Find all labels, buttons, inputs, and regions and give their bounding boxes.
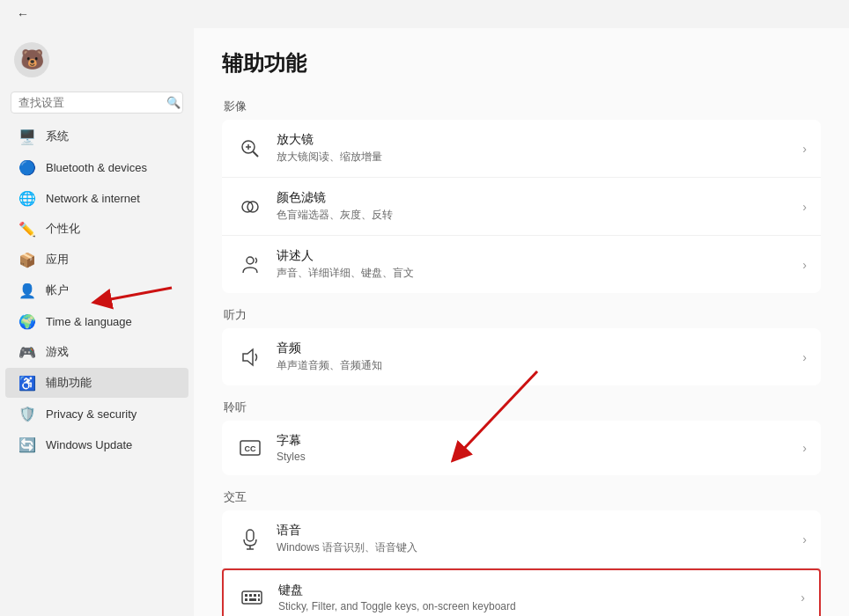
audio-chevron: ›: [802, 350, 807, 364]
keyboard-chevron: ›: [801, 590, 805, 605]
sidebar-item-apps[interactable]: 📦应用: [5, 245, 188, 275]
speech-icon: [236, 525, 264, 554]
audio-subtitle: 单声道音频、音频通知: [277, 358, 790, 373]
settings-group-interaction: CC字幕Styles›: [222, 421, 821, 475]
captions-chevron: ›: [802, 441, 807, 455]
page-title: 辅助功能: [222, 49, 821, 77]
keyboard-title: 键盘: [278, 583, 788, 598]
magnifier-chevron: ›: [802, 142, 807, 156]
sidebar: 🐻 🔍 🖥️系统🔵Bluetooth & devices🌐Network & i…: [0, 28, 194, 616]
apps-icon: 📦: [19, 252, 35, 268]
svg-rect-17: [254, 594, 256, 597]
sections-container: 影像放大镜放大镜阅读、缩放增量›颜色滤镜色盲端选器、灰度、反转›讲述人声音、详细…: [222, 99, 821, 616]
settings-item-magnifier[interactable]: 放大镜放大镜阅读、缩放增量›: [222, 120, 821, 178]
sidebar-item-personalization[interactable]: ✏️个性化: [5, 214, 188, 244]
sidebar-item-time[interactable]: 🌍Time & language: [5, 306, 188, 336]
section-header-hearing: 听力: [222, 307, 821, 323]
narrator-icon: [236, 251, 264, 279]
system-icon: 🖥️: [19, 128, 35, 144]
magnifier-subtitle: 放大镜阅读、缩放增量: [277, 150, 790, 165]
captions-icon: CC: [236, 434, 264, 462]
colorfilter-chevron: ›: [802, 200, 807, 214]
bluetooth-icon: 🔵: [19, 159, 35, 175]
speech-chevron: ›: [802, 532, 807, 546]
accessibility-icon: ♿: [19, 375, 35, 391]
svg-rect-19: [245, 598, 247, 601]
settings-item-colorfilter[interactable]: 颜色滤镜色盲端选器、灰度、反转›: [222, 178, 821, 236]
sidebar-item-gaming[interactable]: 🎮游戏: [5, 337, 188, 367]
avatar: 🐻: [14, 42, 49, 77]
user-avatar-area: 🐻: [0, 35, 194, 92]
network-icon: 🌐: [19, 190, 35, 206]
magnifier-title: 放大镜: [277, 132, 790, 148]
sidebar-label-windows-update: Windows Update: [46, 438, 132, 451]
sidebar-item-system[interactable]: 🖥️系统: [5, 121, 188, 151]
search-box[interactable]: 🔍: [11, 92, 183, 114]
time-icon: 🌍: [19, 313, 35, 329]
sidebar-item-network[interactable]: 🌐Network & internet: [5, 183, 188, 213]
sidebar-label-network: Network & internet: [46, 192, 140, 205]
content-wrapper: 辅助功能 影像放大镜放大镜阅读、缩放增量›颜色滤镜色盲端选器、灰度、反转›讲述人…: [194, 28, 849, 616]
settings-item-keyboard[interactable]: 键盘Sticky, Filter, and Toggle keys, on-sc…: [222, 568, 821, 616]
sidebar-label-time: Time & language: [46, 315, 132, 328]
svg-line-2: [253, 151, 258, 157]
svg-rect-21: [258, 598, 260, 601]
colorfilter-subtitle: 色盲端选器、灰度、反转: [277, 208, 790, 223]
personalization-icon: ✏️: [19, 221, 35, 237]
audio-title: 音频: [277, 341, 790, 356]
narrator-chevron: ›: [802, 258, 807, 272]
main-content: 辅助功能 影像放大镜放大镜阅读、缩放增量›颜色滤镜色盲端选器、灰度、反转›讲述人…: [194, 28, 849, 616]
section-header-interaction2: 交互: [222, 489, 821, 505]
sidebar-item-privacy[interactable]: 🛡️Privacy & security: [5, 399, 188, 429]
svg-rect-16: [249, 594, 252, 597]
gaming-icon: 🎮: [19, 344, 35, 360]
settings-item-audio[interactable]: 音频单声道音频、音频通知›: [222, 328, 821, 385]
windows-update-icon: 🔄: [19, 436, 35, 452]
svg-rect-15: [245, 594, 247, 597]
settings-item-speech[interactable]: 语音Windows 语音识别、语音键入›: [222, 510, 821, 568]
sidebar-item-bluetooth[interactable]: 🔵Bluetooth & devices: [5, 152, 188, 182]
settings-item-captions[interactable]: CC字幕Styles›: [222, 421, 821, 475]
back-button[interactable]: ←: [11, 2, 35, 26]
sidebar-item-windows-update[interactable]: 🔄Windows Update: [5, 429, 188, 459]
speech-title: 语音: [277, 523, 790, 539]
svg-marker-8: [243, 349, 253, 365]
svg-text:CC: CC: [245, 444, 256, 453]
captions-subtitle: Styles: [277, 451, 790, 463]
sidebar-label-apps: 应用: [46, 252, 69, 268]
colorfilter-icon: [236, 193, 264, 221]
sidebar-label-gaming: 游戏: [46, 344, 69, 360]
audio-icon: [236, 343, 264, 371]
sidebar-label-bluetooth: Bluetooth & devices: [46, 161, 147, 174]
svg-rect-11: [247, 530, 254, 541]
svg-point-7: [247, 257, 254, 264]
settings-group-hearing: 音频单声道音频、音频通知›: [222, 328, 821, 385]
section-header-vision: 影像: [222, 99, 821, 114]
section-header-interaction: 聆听: [222, 400, 821, 415]
sidebar-label-accounts: 帐户: [46, 282, 69, 298]
sidebar-label-accessibility: 辅助功能: [46, 375, 92, 391]
svg-rect-14: [242, 591, 262, 604]
narrator-subtitle: 声音、详细详细、键盘、盲文: [277, 266, 790, 281]
search-input[interactable]: [18, 96, 166, 109]
sidebar-label-personalization: 个性化: [46, 221, 80, 237]
sidebar-label-system: 系统: [46, 128, 69, 144]
sidebar-label-privacy: Privacy & security: [46, 407, 137, 421]
svg-rect-20: [249, 598, 256, 601]
svg-rect-18: [258, 594, 260, 597]
sidebar-item-accounts[interactable]: 👤帐户: [5, 275, 188, 305]
sidebar-item-accessibility[interactable]: ♿辅助功能: [5, 368, 188, 398]
speech-subtitle: Windows 语音识别、语音键入: [277, 540, 790, 555]
accounts-icon: 👤: [19, 282, 35, 298]
search-icon: 🔍: [166, 96, 181, 109]
keyboard-icon: [238, 583, 266, 612]
settings-group-vision: 放大镜放大镜阅读、缩放增量›颜色滤镜色盲端选器、灰度、反转›讲述人声音、详细详细…: [222, 120, 821, 293]
magnifier-icon: [236, 135, 264, 163]
settings-item-narrator[interactable]: 讲述人声音、详细详细、键盘、盲文›: [222, 236, 821, 293]
privacy-icon: 🛡️: [19, 406, 35, 422]
colorfilter-title: 颜色滤镜: [277, 190, 790, 206]
sidebar-nav: 🖥️系统🔵Bluetooth & devices🌐Network & inter…: [0, 121, 194, 460]
keyboard-subtitle: Sticky, Filter, and Toggle keys, on-scre…: [278, 600, 788, 612]
captions-title: 字幕: [277, 433, 790, 449]
settings-group-interaction2: 语音Windows 语音识别、语音键入›键盘Sticky, Filter, an…: [222, 510, 821, 616]
